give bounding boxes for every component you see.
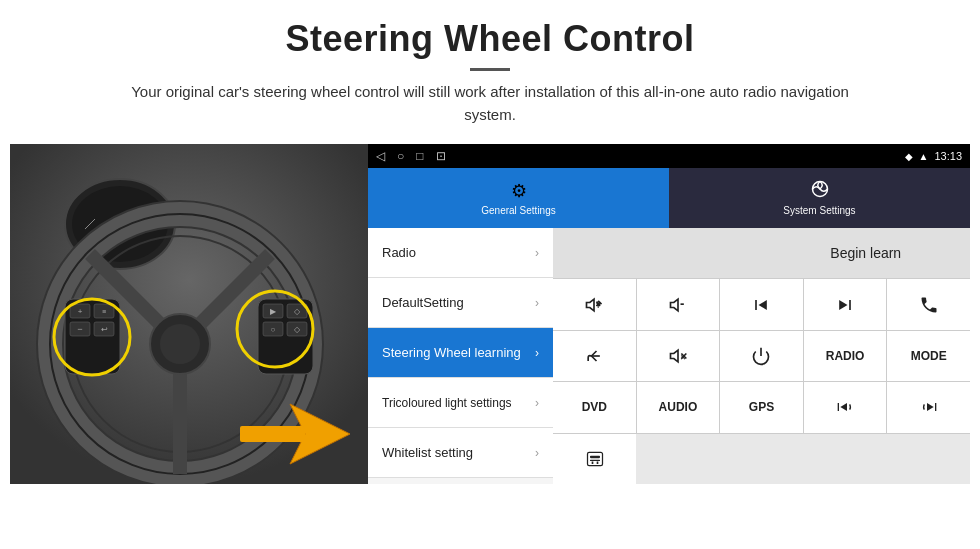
next-button[interactable] [804, 279, 888, 329]
svg-text:◇: ◇ [294, 325, 301, 334]
menu-item-whitelist[interactable]: Whitelist setting › [368, 428, 553, 478]
svg-rect-37 [240, 426, 305, 442]
svg-text:○: ○ [271, 325, 276, 334]
svg-rect-60 [590, 455, 600, 458]
vol-up-button[interactable]: + [553, 279, 637, 329]
menu-default-chevron: › [535, 296, 539, 310]
svg-marker-50 [670, 350, 678, 362]
svg-rect-57 [935, 403, 936, 411]
controls-row-1: Begin learn [553, 228, 970, 279]
back-nav-icon[interactable]: ◁ [376, 149, 385, 163]
svg-point-15 [160, 324, 200, 364]
power-button[interactable] [720, 331, 804, 381]
wifi-icon: ▲ [919, 151, 929, 162]
system-settings-icon [811, 180, 829, 202]
header-section: Steering Wheel Control Your original car… [0, 0, 980, 134]
prev-button[interactable] [720, 279, 804, 329]
recent-nav-icon[interactable]: □ [416, 149, 423, 163]
controls-row-4: DVD AUDIO GPS [553, 382, 970, 433]
status-bar-nav: ◁ ○ □ ⊡ [376, 149, 446, 163]
svg-marker-58 [927, 403, 934, 411]
begin-learn-button[interactable]: Begin learn [762, 228, 971, 278]
svg-rect-61 [590, 460, 600, 461]
menu-whitelist-chevron: › [535, 446, 539, 460]
gps-button[interactable]: GPS [720, 382, 804, 432]
menu-steering-chevron: › [535, 346, 539, 360]
tab-bar: ⚙ General Settings System Settings [368, 168, 970, 228]
controls-row-2: + [553, 279, 970, 330]
svg-text:↩: ↩ [101, 325, 108, 334]
mode-button[interactable]: MODE [887, 331, 970, 381]
svg-rect-63 [596, 461, 598, 464]
steering-wheel-image: + ≡ − ↩ ▶ ◇ ○ ◇ [10, 144, 368, 484]
phone-next-button[interactable] [887, 382, 970, 432]
svg-rect-62 [591, 461, 593, 464]
audio-button[interactable]: AUDIO [637, 382, 721, 432]
svg-text:+: + [78, 307, 83, 316]
controls-row-5 [553, 434, 970, 484]
tab-system-label: System Settings [783, 205, 855, 216]
general-settings-icon: ⚙ [511, 180, 527, 202]
menu-radio-label: Radio [382, 245, 416, 260]
svg-rect-55 [838, 403, 839, 411]
usb-button[interactable] [553, 434, 636, 484]
menu-whitelist-label: Whitelist setting [382, 445, 473, 460]
radio-button[interactable]: RADIO [804, 331, 888, 381]
controls-panel: Begin learn + [553, 228, 970, 484]
location-icon: ◆ [905, 151, 913, 162]
tab-general-label: General Settings [481, 205, 556, 216]
tab-system-settings[interactable]: System Settings [669, 168, 970, 228]
page-title: Steering Wheel Control [40, 18, 940, 60]
main-content: Radio › DefaultSetting › Steering Wheel … [368, 228, 970, 484]
vol-down-button[interactable] [637, 279, 721, 329]
svg-marker-39 [587, 299, 595, 311]
android-panel: ◁ ○ □ ⊡ ◆ ▲ 13:13 ⚙ General Settings [368, 144, 970, 484]
empty-cell-1 [553, 228, 762, 278]
svg-marker-49 [839, 300, 847, 310]
menu-item-steering[interactable]: Steering Wheel learning › [368, 328, 553, 378]
menu-default-label: DefaultSetting [382, 295, 464, 310]
svg-text:▶: ▶ [270, 307, 277, 316]
svg-text:◇: ◇ [294, 307, 301, 316]
menu-steering-label: Steering Wheel learning [382, 345, 521, 360]
phone-prev-button[interactable] [804, 382, 888, 432]
status-bar-right: ◆ ▲ 13:13 [905, 150, 962, 162]
menu-nav-icon[interactable]: ⊡ [436, 149, 446, 163]
controls-row-3: ✕ RADIO MODE [553, 331, 970, 382]
svg-text:≡: ≡ [102, 308, 106, 315]
page-wrapper: Steering Wheel Control Your original car… [0, 0, 980, 549]
menu-item-tricoloured[interactable]: Tricoloured light settings › [368, 378, 553, 428]
menu-item-default[interactable]: DefaultSetting › [368, 278, 553, 328]
svg-rect-48 [849, 300, 851, 310]
svg-marker-44 [670, 299, 678, 311]
content-area: + ≡ − ↩ ▶ ◇ ○ ◇ [10, 144, 970, 484]
back-button[interactable] [553, 331, 637, 381]
status-bar: ◁ ○ □ ⊡ ◆ ▲ 13:13 [368, 144, 970, 168]
home-nav-icon[interactable]: ○ [397, 149, 404, 163]
menu-tricoloured-label: Tricoloured light settings [382, 396, 512, 410]
menu-item-radio[interactable]: Radio › [368, 228, 553, 278]
svg-text:✕: ✕ [680, 354, 686, 361]
phone-button[interactable] [887, 279, 970, 329]
svg-text:+: + [596, 301, 601, 311]
dvd-button[interactable]: DVD [553, 382, 637, 432]
mute-button[interactable]: ✕ [637, 331, 721, 381]
menu-panel: Radio › DefaultSetting › Steering Wheel … [368, 228, 553, 484]
svg-marker-47 [759, 300, 767, 310]
svg-marker-56 [840, 403, 847, 411]
status-time: 13:13 [934, 150, 962, 162]
menu-radio-chevron: › [535, 246, 539, 260]
subtitle: Your original car's steering wheel contr… [110, 81, 870, 126]
svg-rect-46 [756, 300, 758, 310]
title-divider [470, 68, 510, 71]
tab-general-settings[interactable]: ⚙ General Settings [368, 168, 669, 228]
svg-text:−: − [77, 324, 82, 334]
svg-rect-59 [587, 452, 602, 465]
menu-tricoloured-chevron: › [535, 396, 539, 410]
